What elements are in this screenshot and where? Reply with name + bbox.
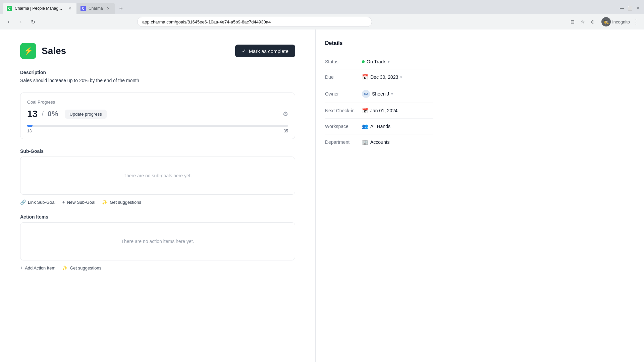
extensions-icon[interactable]: ⋮ (632, 18, 640, 26)
new-tab-button[interactable]: + (116, 4, 126, 13)
tab-label-charma: Charma (89, 6, 103, 11)
owner-name-text: Sheen J (372, 91, 389, 97)
subgoals-section-label: Sub-Goals (20, 148, 295, 154)
address-bar[interactable]: app.charma.com/goals/81645ee6-10aa-4e74-… (137, 17, 372, 27)
progress-values-row: 13 / 0% Update progress ⚙ (27, 109, 288, 119)
tab-charma[interactable]: C Charma ✕ (76, 3, 115, 14)
screen-share-icon[interactable]: ⊡ (569, 18, 577, 26)
maximize-button[interactable]: ⬜ (627, 5, 633, 12)
progress-range-row: 13 35 (27, 129, 288, 133)
calendar-checkin-icon: 📅 (362, 108, 368, 114)
right-panel: Details Status On Track ▾ Due 📅 Dec 30, … (315, 29, 443, 362)
address-bar-icons: ⊡ ☆ ⊙ 🕵 Incognito ⋮ (569, 17, 640, 26)
update-progress-button[interactable]: Update progress (65, 110, 107, 119)
subgoals-section: Sub-Goals There are no sub-goals here ye… (20, 148, 295, 205)
workspace-label: Workspace (325, 124, 362, 129)
department-text: Accounts (370, 139, 390, 145)
link-icon: 🔗 (20, 199, 26, 205)
due-label: Due (325, 74, 362, 80)
goal-progress-box: Goal Progress 13 / 0% Update progress ⚙ … (20, 93, 295, 139)
settings-gear-icon[interactable]: ⚙ (283, 110, 288, 118)
link-sub-goal-button[interactable]: 🔗 Link Sub-Goal (20, 199, 55, 205)
minimize-button[interactable]: — (619, 5, 625, 12)
tab-label-people: Charma | People Management S (15, 6, 64, 11)
get-suggestions-subgoals-button[interactable]: ✨ Get suggestions (102, 199, 141, 205)
next-checkin-text: Jan 01, 2024 (370, 108, 397, 113)
profile-icon[interactable]: ⊙ (589, 18, 597, 26)
forward-button[interactable]: › (16, 17, 25, 26)
status-row: Status On Track ▾ (325, 54, 433, 69)
action-items-section: Action Items There are no action items h… (20, 214, 295, 270)
add-action-item-button[interactable]: + Add Action Item (20, 265, 55, 270)
action-items-empty-box: There are no action items here yet. (20, 222, 295, 260)
checkmark-icon: ✓ (242, 48, 246, 54)
next-checkin-value[interactable]: 📅 Jan 01, 2024 (362, 108, 397, 114)
progress-range-min: 13 (27, 129, 32, 133)
tab-bar: C Charma | People Management S ✕ C Charm… (0, 0, 644, 14)
page-content: ⚡ Sales ✓ Mark as complete Description S… (0, 29, 644, 362)
due-row: Due 📅 Dec 30, 2023 ▾ (325, 69, 433, 85)
owner-label: Owner (325, 91, 362, 97)
link-sub-goal-label: Link Sub-Goal (28, 200, 55, 205)
add-action-item-label: Add Action Item (25, 265, 55, 270)
owner-avatar: SJ (362, 90, 370, 98)
details-panel-title: Details (325, 40, 433, 46)
due-date-text: Dec 30, 2023 (370, 74, 398, 80)
address-bar-row: ‹ › ↻ app.charma.com/goals/81645ee6-10aa… (0, 14, 644, 29)
owner-chevron-icon: ▾ (391, 92, 393, 96)
get-suggestions-action-button[interactable]: ✨ Get suggestions (62, 265, 101, 270)
progress-separator: / (42, 110, 44, 118)
progress-bar-fill (27, 125, 33, 127)
description-section-label: Description (20, 70, 295, 75)
due-value[interactable]: 📅 Dec 30, 2023 ▾ (362, 74, 402, 80)
close-window-button[interactable]: ✕ (635, 5, 641, 12)
goal-header: ⚡ Sales ✓ Mark as complete (20, 43, 295, 59)
owner-value[interactable]: SJ Sheen J ▾ (362, 90, 393, 98)
workspace-text: All Hands (370, 124, 390, 129)
subgoals-empty-box: There are no sub-goals here yet. (20, 157, 295, 195)
tab-close-people[interactable]: ✕ (67, 6, 72, 11)
bookmark-icon[interactable]: ☆ (579, 18, 587, 26)
progress-range-max: 35 (284, 129, 288, 133)
goal-icon: ⚡ (20, 43, 36, 59)
subgoals-empty-text: There are no sub-goals here yet. (123, 173, 192, 178)
incognito-avatar: 🕵 (601, 17, 611, 26)
mark-as-complete-button[interactable]: ✓ Mark as complete (235, 45, 295, 57)
owner-row: Owner SJ Sheen J ▾ (325, 85, 433, 103)
goal-title: Sales (42, 46, 66, 56)
tab-favicon-charma: C (80, 6, 86, 11)
tab-people-mgmt[interactable]: C Charma | People Management S ✕ (3, 3, 76, 14)
new-sub-goal-label: New Sub-Goal (67, 200, 96, 205)
tab-favicon-people: C (7, 6, 12, 11)
mark-complete-label: Mark as complete (249, 48, 288, 54)
tab-close-charma[interactable]: ✕ (106, 6, 111, 11)
goal-icon-symbol: ⚡ (24, 47, 33, 55)
url-text: app.charma.com/goals/81645ee6-10aa-4e74-… (142, 19, 271, 24)
progress-current-value: 13 (27, 109, 38, 119)
incognito-label: Incognito (612, 19, 630, 24)
incognito-area: 🕵 Incognito (601, 17, 630, 26)
sparkle-icon-subgoals: ✨ (102, 199, 108, 205)
status-chevron-icon: ▾ (388, 60, 390, 64)
workspace-value[interactable]: 👥 All Hands (362, 123, 390, 129)
calendar-due-icon: 📅 (362, 74, 368, 80)
new-sub-goal-button[interactable]: + New Sub-Goal (62, 199, 95, 205)
reload-button[interactable]: ↻ (28, 17, 38, 26)
goal-title-area: ⚡ Sales (20, 43, 66, 59)
window-controls: — ⬜ ✕ (619, 5, 641, 12)
progress-percentage: 0% (48, 110, 58, 118)
status-value[interactable]: On Track ▾ (362, 59, 390, 64)
department-value[interactable]: 🏢 Accounts (362, 139, 390, 145)
workspace-people-icon: 👥 (362, 123, 368, 129)
progress-bar-track (27, 125, 288, 127)
department-building-icon: 🏢 (362, 139, 368, 145)
workspace-row: Workspace 👥 All Hands (325, 119, 433, 134)
status-label: Status (325, 59, 362, 64)
progress-box-label: Goal Progress (27, 100, 288, 105)
action-items-section-label: Action Items (20, 214, 295, 220)
back-button[interactable]: ‹ (4, 17, 13, 26)
plus-icon-action: + (20, 265, 23, 270)
plus-icon: + (62, 199, 65, 205)
subgoals-action-links: 🔗 Link Sub-Goal + New Sub-Goal ✨ Get sug… (20, 199, 295, 205)
department-row: Department 🏢 Accounts (325, 134, 433, 150)
